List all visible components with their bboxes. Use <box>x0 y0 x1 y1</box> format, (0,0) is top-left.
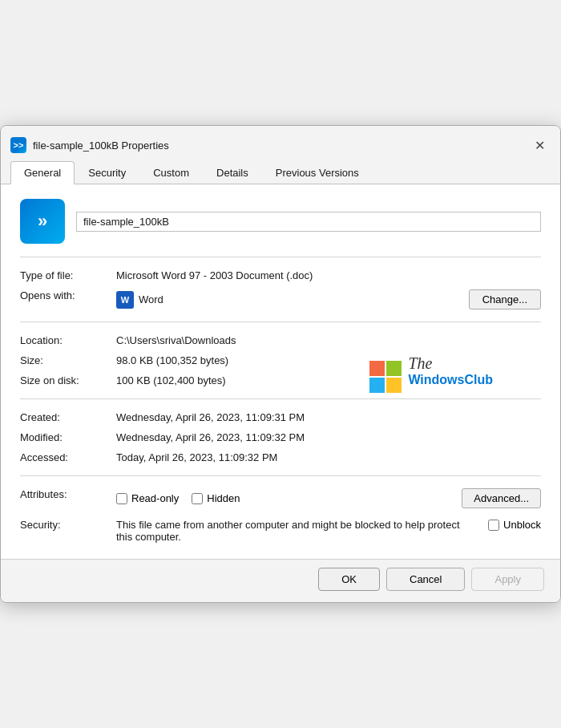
divider-1 <box>20 257 541 257</box>
hidden-checkbox[interactable] <box>192 493 203 504</box>
location-label: Location: <box>20 334 116 346</box>
hidden-checkbox-label[interactable]: Hidden <box>192 492 240 504</box>
word-icon: W <box>116 291 134 309</box>
attributes-content: Read-only Hidden Advanced... <box>116 488 541 508</box>
attributes-row: Attributes: Read-only Hidden Advanced... <box>20 484 541 512</box>
divider-2 <box>20 322 541 322</box>
modified-value: Wednesday, April 26, 2023, 11:09:32 PM <box>116 431 541 443</box>
dialog-footer: OK Cancel Apply <box>1 559 560 602</box>
security-prop-label: Security: <box>20 519 116 531</box>
opens-with-content: W Word Change... <box>116 289 541 309</box>
hidden-label: Hidden <box>207 492 240 504</box>
accessed-label: Accessed: <box>20 451 116 463</box>
apply-button[interactable]: Apply <box>471 568 544 591</box>
modified-row: Modified: Wednesday, April 26, 2023, 11:… <box>20 427 541 447</box>
window-title: file-sample_100kB Properties <box>33 140 169 152</box>
file-icon-arrows: » <box>38 211 47 232</box>
readonly-checkbox-label[interactable]: Read-only <box>116 492 179 504</box>
security-content: This file came from another computer and… <box>116 519 541 543</box>
ok-button[interactable]: OK <box>318 568 380 591</box>
accessed-value: Today, April 26, 2023, 11:09:32 PM <box>116 451 541 463</box>
security-text: This file came from another computer and… <box>116 519 475 543</box>
size-on-disk-row: Size on disk: 100 KB (102,400 bytes) <box>20 370 541 390</box>
properties-dialog: >> file-sample_100kB Properties ✕ Genera… <box>0 125 561 603</box>
readonly-label: Read-only <box>131 492 179 504</box>
created-value: Wednesday, April 26, 2023, 11:09:31 PM <box>116 411 541 423</box>
cancel-button[interactable]: Cancel <box>386 568 465 591</box>
opens-with-label: Opens with: <box>20 289 116 301</box>
created-row: Created: Wednesday, April 26, 2023, 11:0… <box>20 407 541 427</box>
readonly-checkbox[interactable] <box>116 493 127 504</box>
tab-custom[interactable]: Custom <box>139 161 203 184</box>
file-header: » <box>20 199 541 244</box>
created-label: Created: <box>20 411 116 423</box>
file-name-input[interactable] <box>76 212 541 232</box>
change-button[interactable]: Change... <box>469 289 541 309</box>
close-button[interactable]: ✕ <box>528 134 551 156</box>
size-label: Size: <box>20 354 116 366</box>
file-icon-box: » <box>20 199 65 244</box>
size-row: Size: 98.0 KB (100,352 bytes) <box>20 350 541 370</box>
title-bar-left: >> file-sample_100kB Properties <box>10 137 169 153</box>
tab-security[interactable]: Security <box>75 161 139 184</box>
type-value: Microsoft Word 97 - 2003 Document (.doc) <box>116 269 541 281</box>
tab-details[interactable]: Details <box>203 161 262 184</box>
tab-bar: General Security Custom Details Previous… <box>1 156 560 184</box>
unblock-label[interactable]: Unblock <box>503 519 541 531</box>
unblock-checkbox[interactable] <box>488 520 499 531</box>
divider-3 <box>20 398 541 399</box>
attributes-label: Attributes: <box>20 488 116 500</box>
modified-label: Modified: <box>20 431 116 443</box>
unblock-box: Unblock <box>488 519 541 531</box>
title-icon-arrows: >> <box>14 140 24 150</box>
tab-general[interactable]: General <box>10 161 75 184</box>
size-value: 98.0 KB (100,352 bytes) <box>116 354 541 366</box>
accessed-row: Accessed: Today, April 26, 2023, 11:09:3… <box>20 447 541 467</box>
divider-4 <box>20 475 541 476</box>
tab-content-general: » Type of file: Microsoft Word 97 - 2003… <box>1 184 560 559</box>
security-row: Security: This file came from another co… <box>20 512 541 549</box>
size-on-disk-label: Size on disk: <box>20 374 116 386</box>
watermark-area: Location: C:\Users\sriva\Downloads Size:… <box>20 330 541 390</box>
tab-previous-versions[interactable]: Previous Versions <box>262 161 373 184</box>
title-icon: >> <box>10 137 26 153</box>
size-on-disk-value: 100 KB (102,400 bytes) <box>116 374 541 386</box>
title-bar: >> file-sample_100kB Properties ✕ <box>1 126 560 156</box>
opens-with-row: Opens with: W Word Change... <box>20 285 541 313</box>
opens-with-value: Word <box>139 293 469 305</box>
type-label: Type of file: <box>20 269 116 281</box>
location-value: C:\Users\sriva\Downloads <box>116 334 541 346</box>
advanced-button[interactable]: Advanced... <box>462 488 541 508</box>
location-row: Location: C:\Users\sriva\Downloads <box>20 330 541 350</box>
type-row: Type of file: Microsoft Word 97 - 2003 D… <box>20 265 541 285</box>
